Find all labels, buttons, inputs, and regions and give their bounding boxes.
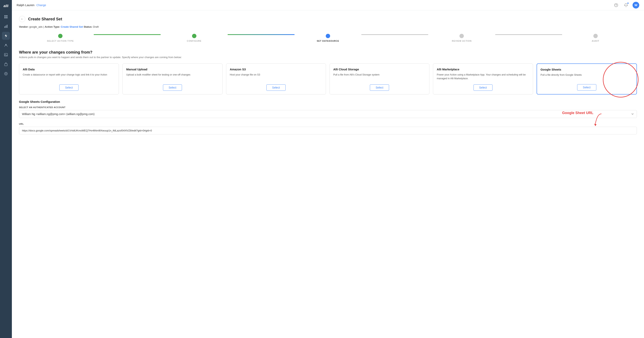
topbar: Ralph Lauren Change W [12, 0, 644, 10]
svg-marker-16 [594, 124, 596, 126]
step-circle-5 [593, 34, 598, 38]
card-alli-cloud-title: Alli Cloud Storage [333, 68, 426, 71]
svg-point-13 [6, 73, 6, 74]
step-set-datasource: SET DATASOURCE [294, 34, 361, 42]
url-section: Google Sheet URL URL [19, 123, 637, 136]
meta-bar: Vendor: google_ads | Action Type: Create… [19, 25, 637, 28]
account-value: William Ng <william.ng@pmg.com> (william… [22, 112, 94, 116]
action-type-link[interactable]: Create Shared Set [61, 25, 83, 28]
topbar-change-link[interactable]: Change [36, 3, 46, 7]
section-heading: Where are your changes coming from? [19, 50, 637, 54]
sidebar-icon-users[interactable] [2, 41, 10, 49]
card-google-sheets-select[interactable]: Select [577, 84, 596, 90]
connector-2 [228, 34, 294, 35]
card-alli-data-desc: Create a datasource or report with your … [23, 73, 115, 80]
step-label-2: CONFIGURE [187, 40, 202, 42]
card-alli-marketplace-desc: Power your Action using a Marketplace Ap… [437, 73, 529, 80]
svg-rect-3 [6, 17, 8, 18]
card-amazon-s3: Amazon S3 Host your change file on S3 Se… [226, 63, 326, 94]
card-amazon-s3-desc: Host your change file on S3 [230, 73, 322, 80]
sidebar-icon-image[interactable] [2, 51, 10, 59]
step-label-4: REVIEW ACTION [452, 40, 472, 42]
sidebar: alli [0, 0, 12, 338]
status-value: Draft [93, 25, 99, 28]
config-title: Google Sheets Configuration [19, 100, 637, 103]
card-manual-upload-title: Manual Upload [126, 68, 218, 71]
card-manual-upload: Manual Upload Upload a bulk modifier she… [122, 63, 222, 94]
page-header: ← Create Shared Set [19, 16, 637, 22]
step-audit: AUDIT [562, 34, 629, 42]
sidebar-icon-bag[interactable] [2, 60, 10, 68]
step-select-action-type: SELECT ACTION TYPE [27, 34, 94, 42]
card-google-sheets-desc: Pull a file directly from Google Sheets [540, 73, 633, 80]
svg-rect-0 [4, 15, 6, 16]
vendor-value: google_ads [29, 25, 42, 28]
connector-3 [361, 34, 428, 35]
svg-rect-2 [4, 17, 6, 18]
sidebar-icon-lightning[interactable] [2, 32, 10, 40]
card-alli-marketplace-select[interactable]: Select [474, 84, 493, 91]
topbar-left: Ralph Lauren Change [16, 3, 46, 7]
action-type-label: Action Type: [45, 25, 60, 28]
help-button[interactable] [613, 2, 620, 8]
url-label: URL [19, 123, 637, 125]
topbar-username: Ralph Lauren [16, 3, 34, 7]
svg-rect-6 [7, 25, 8, 28]
status-label: Status: [84, 25, 92, 28]
account-dropdown[interactable]: William Ng <william.ng@pmg.com> (william… [19, 110, 637, 118]
page-title: Create Shared Set [28, 17, 62, 21]
datasource-cards: Alli Data Create a datasource or report … [19, 63, 637, 94]
chevron-down-icon [631, 113, 634, 115]
svg-rect-1 [6, 15, 8, 16]
svg-rect-5 [6, 25, 6, 28]
url-input[interactable] [19, 127, 637, 134]
stepper: SELECT ACTION TYPE CONFIGURE SET DATASOU… [19, 34, 637, 42]
card-manual-upload-select[interactable]: Select [163, 84, 182, 91]
section-sub: Actions pulls in changes you want to hap… [19, 56, 637, 59]
step-review-action: REVIEW ACTION [428, 34, 495, 42]
step-circle-3 [326, 34, 330, 38]
card-alli-data-select[interactable]: Select [59, 84, 78, 91]
notifications-button[interactable] [623, 2, 629, 8]
main-container: Ralph Lauren Change W ← Create Shared Se… [12, 0, 644, 338]
page-content: ← Create Shared Set Vendor: google_ads |… [12, 10, 644, 338]
step-configure: CONFIGURE [160, 34, 228, 42]
step-circle-2 [192, 34, 196, 38]
step-circle-1 [58, 34, 62, 38]
sidebar-icon-chart[interactable] [2, 22, 10, 30]
card-alli-data-title: Alli Data [23, 68, 115, 71]
svg-rect-4 [4, 26, 5, 28]
config-section: Google Sheets Configuration SELECT AN AU… [19, 100, 637, 136]
svg-point-15 [616, 6, 616, 6]
vendor-label: Vendor: [19, 25, 28, 28]
notification-badge [627, 2, 629, 4]
app-logo: alli [3, 2, 8, 11]
url-annotation-arrow [586, 113, 609, 127]
step-label-1: SELECT ACTION TYPE [47, 40, 74, 42]
step-label-5: AUDIT [592, 40, 599, 42]
step-label-3: SET DATASOURCE [317, 40, 339, 42]
card-manual-upload-desc: Upload a bulk modifier sheet for testing… [126, 73, 218, 80]
card-google-sheets-title: Google Sheets [540, 68, 633, 71]
sidebar-icon-dashboard[interactable] [2, 13, 10, 21]
back-button[interactable]: ← [19, 16, 25, 22]
card-alli-cloud-select[interactable]: Select [370, 84, 389, 91]
account-label: SELECT AN AUTHENTICATED ACCOUNT [19, 106, 637, 108]
user-avatar[interactable]: W [632, 2, 639, 8]
card-amazon-s3-select[interactable]: Select [266, 84, 286, 91]
card-alli-cloud: Alli Cloud Storage Pull a file from Alli… [330, 63, 430, 94]
connector-4 [495, 34, 562, 35]
card-google-sheets: Google Sheets Pull a file directly from … [536, 63, 637, 94]
topbar-right: W [613, 2, 639, 8]
card-alli-marketplace: Alli Marketplace Power your Action using… [433, 63, 533, 94]
card-amazon-s3-title: Amazon S3 [230, 68, 322, 71]
step-circle-4 [460, 34, 464, 38]
card-alli-data: Alli Data Create a datasource or report … [19, 63, 119, 94]
card-alli-cloud-desc: Pull a file from Alli's Cloud Storage sy… [333, 73, 426, 80]
svg-rect-10 [4, 64, 7, 66]
sidebar-icon-target[interactable] [2, 70, 10, 78]
card-alli-marketplace-title: Alli Marketplace [437, 68, 529, 71]
connector-1 [94, 34, 160, 35]
